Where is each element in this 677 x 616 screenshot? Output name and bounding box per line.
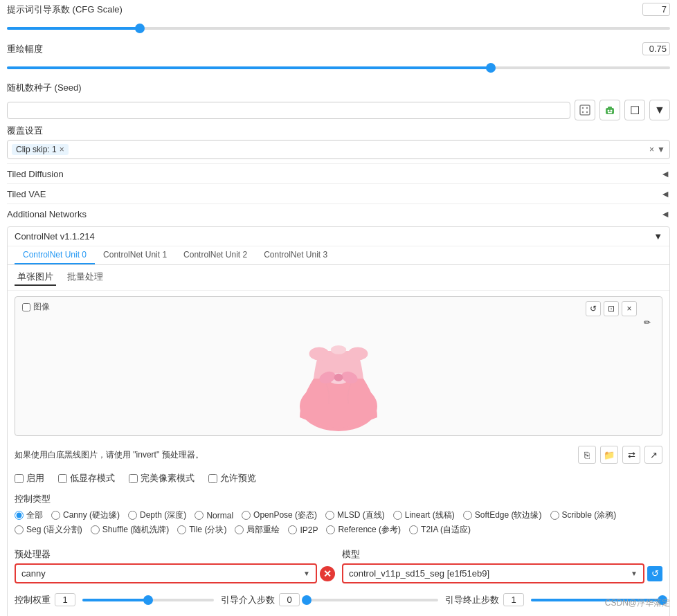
- image-edit-btn[interactable]: ✏: [640, 315, 655, 330]
- ct-all-label: 全部: [26, 509, 43, 521]
- ct-openpose[interactable]: OpenPose (姿态): [242, 509, 317, 521]
- seed-label: 随机数种子 (Seed): [7, 82, 670, 94]
- ct-reference[interactable]: Reference (参考): [326, 524, 401, 536]
- pixel-perfect-checkbox[interactable]: [129, 474, 138, 483]
- preprocessor-select[interactable]: canny ▼: [15, 563, 317, 583]
- ct-seg[interactable]: Seg (语义分割): [15, 524, 82, 536]
- ct-depth-radio[interactable]: [128, 511, 137, 520]
- additional-networks-row[interactable]: Additional Networks ◄: [7, 203, 670, 224]
- ct-all-radio[interactable]: [15, 511, 24, 520]
- svg-point-4: [586, 111, 588, 113]
- image-expand-btn[interactable]: ⊡: [604, 301, 619, 316]
- extras-clear[interactable]: × ▼: [649, 145, 665, 154]
- enable-checkbox[interactable]: [15, 474, 24, 483]
- ct-normal-radio[interactable]: [195, 511, 204, 520]
- low-vram-checkbox-item: 低显存模式: [58, 472, 115, 484]
- ct-seg-radio[interactable]: [15, 525, 24, 534]
- ct-inpaint[interactable]: 局部重绘: [235, 524, 280, 536]
- image-checkbox[interactable]: [22, 303, 30, 311]
- ct-mlsd[interactable]: MLSD (直线): [325, 509, 385, 521]
- controlnet-collapse-arrow[interactable]: ▼: [653, 231, 662, 242]
- expand-icon-btn[interactable]: ↗: [644, 446, 662, 464]
- preprocessor-section: 预处理器 canny ▼ ✕: [15, 548, 335, 583]
- control-weight-slider[interactable]: [82, 595, 214, 606]
- seed-dropdown-btn[interactable]: ▼: [649, 100, 670, 120]
- chevron-down-icon: ▼: [654, 104, 665, 116]
- dice-icon-btn[interactable]: [575, 100, 595, 120]
- image-controls: ↺ ⊡ × ✏: [586, 301, 655, 330]
- svg-rect-9: [608, 112, 612, 114]
- ct-lineart-radio[interactable]: [393, 511, 402, 520]
- robot-icon: [604, 105, 615, 116]
- ct-all[interactable]: 全部: [15, 509, 43, 521]
- ct-lineart[interactable]: Lineart (线稿): [393, 509, 455, 521]
- ct-ip2p[interactable]: IP2P: [288, 524, 318, 536]
- cfg-scale-slider[interactable]: [7, 21, 670, 35]
- seed-input[interactable]: -1: [7, 102, 570, 119]
- ct-shuffle[interactable]: Shuffle (随机洗牌): [91, 524, 169, 536]
- pixel-perfect-label: 完美像素模式: [141, 472, 195, 484]
- cfg-scale-label: 提示词引导系数 (CFG Scale): [7, 3, 642, 16]
- ct-depth[interactable]: Depth (深度): [128, 509, 186, 521]
- svg-point-11: [309, 347, 330, 360]
- ct-canny-radio[interactable]: [51, 511, 60, 520]
- enable-label: 启用: [26, 472, 44, 484]
- ct-softedge-radio[interactable]: [463, 511, 472, 520]
- arrows-icon-btn[interactable]: ⇄: [622, 446, 640, 464]
- redraw-amplitude-value: 0.75: [642, 42, 670, 55]
- tiled-vae-row[interactable]: Tiled VAE ◄: [7, 183, 670, 203]
- model-value: control_v11p_sd15_seg [e1f51eb9]: [349, 568, 489, 579]
- dress-svg: [283, 311, 394, 435]
- ct-inpaint-radio[interactable]: [235, 525, 244, 534]
- redraw-amplitude-slider[interactable]: [7, 61, 670, 75]
- ct-scribble-radio[interactable]: [550, 511, 559, 520]
- invert-icons: ⎘ 📁 ⇄ ↗: [578, 446, 662, 464]
- folder-icon-btn[interactable]: 📁: [600, 446, 618, 464]
- image-upload-area[interactable]: 图像 ↺ ⊡ × ✏: [15, 296, 662, 436]
- ct-normal[interactable]: Normal: [195, 509, 233, 521]
- ct-reference-radio[interactable]: [326, 525, 335, 534]
- model-dropdown-arrow: ▼: [631, 570, 638, 577]
- model-refresh-icon[interactable]: ↺: [647, 566, 662, 581]
- cn-tab-0[interactable]: ControlNet Unit 0: [15, 246, 95, 264]
- guidance-start-slider[interactable]: [307, 595, 438, 606]
- ct-mlsd-radio[interactable]: [325, 511, 334, 520]
- ct-softedge[interactable]: SoftEdge (软边缘): [463, 509, 542, 521]
- tiled-diffusion-row[interactable]: Tiled Diffusion ◄: [7, 163, 670, 183]
- image-refresh-btn[interactable]: ↺: [586, 301, 601, 316]
- model-select[interactable]: control_v11p_sd15_seg [e1f51eb9] ▼: [342, 563, 644, 583]
- ct-scribble[interactable]: Scribble (涂鸦): [550, 509, 617, 521]
- seed-extra-btn[interactable]: ☐: [624, 100, 645, 120]
- ct-canny-label: Canny (硬边缘): [63, 509, 120, 521]
- ct-t2ia-label: T2IA (自适应): [421, 524, 471, 536]
- image-close-btn[interactable]: ×: [622, 301, 637, 316]
- svg-point-13: [331, 345, 346, 354]
- control-weight-label: 控制权重: [15, 594, 51, 606]
- cn-subtab-batch[interactable]: 批量处理: [64, 269, 106, 286]
- clip-skip-tag-close[interactable]: ×: [60, 145, 64, 154]
- ct-t2ia[interactable]: T2IA (自适应): [409, 524, 471, 536]
- enable-checkbox-item: 启用: [15, 472, 44, 484]
- ct-tile[interactable]: Tile (分块): [177, 524, 226, 536]
- ct-tile-radio[interactable]: [177, 525, 186, 534]
- guidance-start-value: 0: [279, 593, 300, 606]
- clip-skip-tag-text: Clip skip: 1: [16, 145, 57, 154]
- low-vram-checkbox[interactable]: [58, 474, 67, 483]
- robot-icon-btn[interactable]: [599, 100, 620, 120]
- ct-openpose-radio[interactable]: [242, 511, 251, 520]
- ct-canny[interactable]: Canny (硬边缘): [51, 509, 120, 521]
- ct-ip2p-radio[interactable]: [288, 525, 297, 534]
- cn-tab-1[interactable]: ControlNet Unit 1: [95, 246, 175, 264]
- copy-icon-btn[interactable]: ⎘: [578, 446, 596, 464]
- image-label: 图像: [22, 301, 50, 313]
- extras-dropdown-icon: ▼: [657, 145, 665, 154]
- cn-tab-3[interactable]: ControlNet Unit 3: [255, 246, 336, 264]
- preprocessor-value: canny: [21, 568, 46, 579]
- svg-point-17: [334, 374, 343, 381]
- preprocessor-error-icon: ✕: [320, 566, 335, 581]
- ct-shuffle-radio[interactable]: [91, 525, 100, 534]
- cn-tab-2[interactable]: ControlNet Unit 2: [175, 246, 255, 264]
- ct-t2ia-radio[interactable]: [409, 525, 418, 534]
- allow-preview-checkbox[interactable]: [208, 474, 217, 483]
- cn-subtab-single[interactable]: 单张图片: [15, 269, 56, 286]
